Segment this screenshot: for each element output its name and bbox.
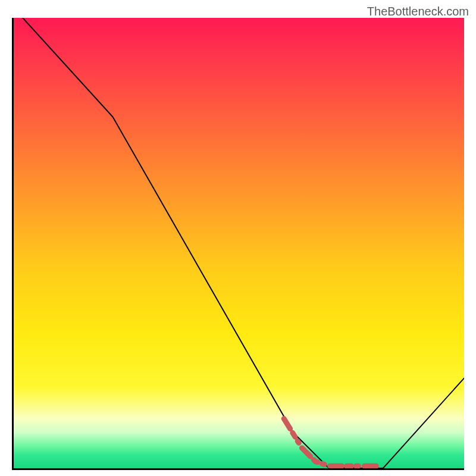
- chart-svg: [14, 18, 464, 468]
- chart-container: TheBottleneck.com: [0, 0, 476, 476]
- series-black-curve: [23, 18, 464, 468]
- series-red-highlight: [284, 419, 378, 466]
- plot-area: [12, 18, 464, 470]
- attribution-text: TheBottleneck.com: [367, 5, 469, 18]
